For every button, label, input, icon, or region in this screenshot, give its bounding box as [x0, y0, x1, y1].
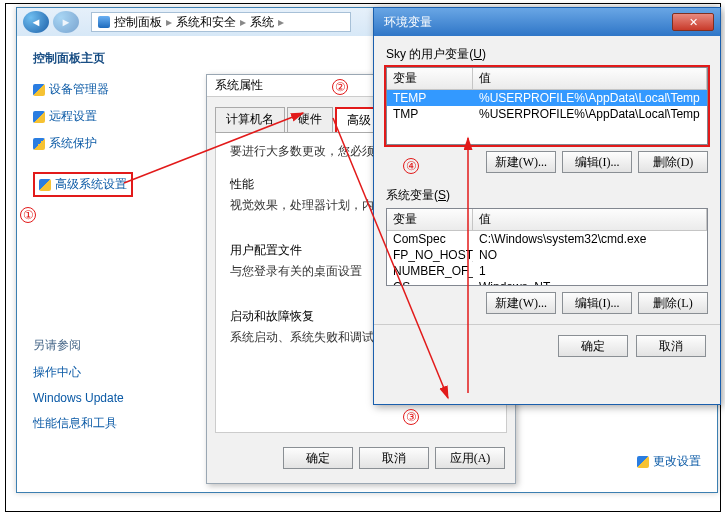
env-titlebar[interactable]: 环境变量 ✕ [374, 8, 720, 36]
sys-new-button[interactable]: 新建(W)... [486, 292, 556, 314]
see-also-label: 另请参阅 [33, 337, 181, 354]
system-vars-list[interactable]: 变量 值 ComSpecC:\Windows\system32\cmd.exeF… [386, 208, 708, 286]
sys-edit-button[interactable]: 编辑(I)... [562, 292, 632, 314]
shield-icon [637, 456, 649, 468]
breadcrumb-part[interactable]: 系统 [250, 14, 274, 31]
sidebar-link-action-center[interactable]: 操作中心 [33, 364, 181, 381]
user-new-button[interactable]: 新建(W)... [486, 151, 556, 173]
col-value[interactable]: 值 [473, 209, 707, 230]
user-vars-label: Sky 的用户变量(U) [386, 46, 708, 63]
sidebar-link-windows-update[interactable]: Windows Update [33, 391, 181, 405]
user-edit-button[interactable]: 编辑(I)... [562, 151, 632, 173]
annotated-frame: ◄ ► 控制面板 ▸ 系统和安全 ▸ 系统 ▸ 控制面板主页 设备管理器 远程设… [5, 3, 721, 512]
breadcrumb-part[interactable]: 系统和安全 [176, 14, 236, 31]
user-delete-button[interactable]: 删除(D) [638, 151, 708, 173]
tab-hardware[interactable]: 硬件 [287, 107, 333, 132]
breadcrumb-part[interactable]: 控制面板 [114, 14, 162, 31]
control-panel-icon [98, 16, 110, 28]
breadcrumb-sep: ▸ [240, 15, 246, 29]
sidebar-title: 控制面板主页 [33, 50, 181, 67]
system-vars-label: 系统变量(S) [386, 187, 708, 204]
col-variable[interactable]: 变量 [387, 209, 473, 230]
shield-icon [33, 84, 45, 96]
env-cancel-button[interactable]: 取消 [636, 335, 706, 357]
table-row[interactable]: TMP%USERPROFILE%\AppData\Local\Temp [387, 106, 707, 122]
back-button[interactable]: ◄ [23, 11, 49, 33]
breadcrumb-sep: ▸ [166, 15, 172, 29]
sidebar: 控制面板主页 设备管理器 远程设置 系统保护 高级系统设置 另请参阅 操作中心 … [17, 36, 197, 492]
table-row[interactable]: TEMP%USERPROFILE%\AppData\Local\Temp [387, 90, 707, 106]
col-value[interactable]: 值 [473, 68, 707, 89]
sidebar-link-performance[interactable]: 性能信息和工具 [33, 415, 181, 432]
sys-delete-button[interactable]: 删除(L) [638, 292, 708, 314]
change-settings-link[interactable]: 更改设置 [637, 453, 701, 470]
table-row[interactable]: NUMBER_OF_PR...1 [387, 263, 707, 279]
sidebar-link-advanced-settings[interactable]: 高级系统设置 [33, 172, 133, 197]
forward-button[interactable]: ► [53, 11, 79, 33]
table-row[interactable]: FP_NO_HOST_C...NO [387, 247, 707, 263]
sidebar-link-device-manager[interactable]: 设备管理器 [33, 81, 181, 98]
tab-computer-name[interactable]: 计算机名 [215, 107, 285, 132]
breadcrumb[interactable]: 控制面板 ▸ 系统和安全 ▸ 系统 ▸ [91, 12, 351, 32]
environment-variables-dialog: 环境变量 ✕ Sky 的用户变量(U) 变量 值 TEMP%USERPROFIL… [373, 7, 721, 405]
table-row[interactable]: OSWindows_NT [387, 279, 707, 286]
sidebar-link-protection[interactable]: 系统保护 [33, 135, 181, 152]
env-ok-button[interactable]: 确定 [558, 335, 628, 357]
table-row[interactable]: ComSpecC:\Windows\system32\cmd.exe [387, 231, 707, 247]
breadcrumb-sep: ▸ [278, 15, 284, 29]
shield-icon [39, 179, 51, 191]
cancel-button[interactable]: 取消 [359, 447, 429, 469]
ok-button[interactable]: 确定 [283, 447, 353, 469]
close-icon[interactable]: ✕ [672, 13, 714, 31]
user-vars-list[interactable]: 变量 值 TEMP%USERPROFILE%\AppData\Local\Tem… [386, 67, 708, 145]
apply-button[interactable]: 应用(A) [435, 447, 505, 469]
env-title: 环境变量 [384, 14, 432, 31]
shield-icon [33, 111, 45, 123]
sidebar-link-remote[interactable]: 远程设置 [33, 108, 181, 125]
col-variable[interactable]: 变量 [387, 68, 473, 89]
shield-icon [33, 138, 45, 150]
